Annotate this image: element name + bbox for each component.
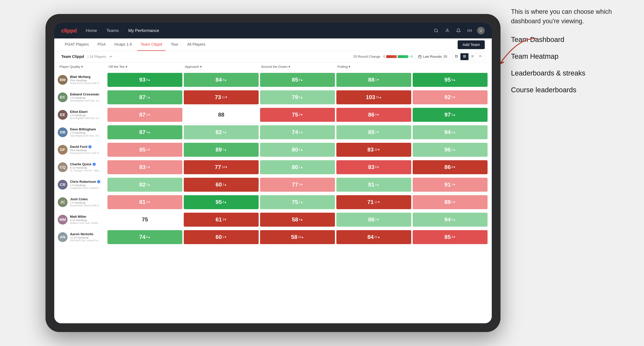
stat-cell[interactable]: 873▼ bbox=[108, 108, 182, 122]
table-row[interactable]: CRChris Robertson✓1-5 HandicapCraigmilla… bbox=[54, 176, 492, 193]
player-name[interactable]: Matt Miller bbox=[70, 215, 105, 219]
stat-cell[interactable]: 823▲ bbox=[108, 178, 182, 192]
stat-cell[interactable]: 943▲ bbox=[413, 213, 488, 227]
stat-cell[interactable]: 941▲ bbox=[413, 125, 488, 139]
stat-cell[interactable]: 833▼ bbox=[108, 160, 182, 174]
table-row[interactable]: BMBlair McHargPlus HandicapRoyal North D… bbox=[54, 71, 492, 89]
stat-cell[interactable]: 892▼ bbox=[413, 195, 488, 209]
sub-nav-hcaps[interactable]: Hcaps 1-5 bbox=[111, 38, 136, 51]
grid-view-button[interactable] bbox=[452, 53, 460, 60]
stat-cell[interactable]: 773▼ bbox=[260, 178, 335, 192]
stat-cell[interactable]: 801▲ bbox=[260, 160, 335, 174]
player-name[interactable]: Elliot Ebert bbox=[70, 110, 105, 114]
table-row[interactable]: MMMatt Miller6-10 HandicapWoburn Golf Cl… bbox=[54, 211, 492, 228]
stat-cell[interactable]: 748▲ bbox=[108, 230, 182, 244]
stat-cell[interactable]: 853▼ bbox=[108, 143, 182, 157]
table-row[interactable]: CQCharlie Quick✓6-10 HandicapSt. George'… bbox=[54, 159, 492, 176]
stat-cell[interactable]: 7111▼ bbox=[336, 195, 411, 209]
nav-my-performance[interactable]: My Performance bbox=[126, 27, 161, 34]
stat-cell[interactable]: 799▲ bbox=[260, 90, 335, 104]
stat-cell[interactable]: 854▼ bbox=[413, 230, 488, 244]
stat-cell[interactable]: 868▼ bbox=[413, 160, 488, 174]
stat-cell[interactable]: 963▲ bbox=[413, 143, 488, 157]
sub-nav-team-clippd[interactable]: Team Clippd bbox=[137, 38, 166, 51]
player-name[interactable]: Aaron Nicholls bbox=[70, 232, 105, 236]
user-avatar[interactable]: U bbox=[477, 27, 485, 34]
stat-cell[interactable]: 752▲ bbox=[260, 195, 335, 209]
stat-cell[interactable]: 939▲ bbox=[108, 73, 182, 87]
player-name[interactable]: Blair McHarg bbox=[70, 75, 105, 79]
nav-teams[interactable]: Teams bbox=[104, 27, 121, 34]
player-name[interactable]: Dave Billingham bbox=[70, 127, 105, 131]
stat-cell[interactable]: 881▼ bbox=[336, 73, 411, 87]
player-name[interactable]: Chris Robertson✓ bbox=[70, 180, 105, 184]
stat-cell[interactable]: 846▲ bbox=[184, 73, 259, 87]
search-icon[interactable] bbox=[432, 27, 440, 34]
stat-cell[interactable]: 613▼ bbox=[184, 213, 259, 227]
player-name[interactable]: Edward Crossman bbox=[70, 92, 105, 96]
col-approach[interactable]: Approach ▾ bbox=[183, 62, 259, 71]
player-name[interactable]: Josh Coles bbox=[70, 197, 105, 201]
stat-cell[interactable]: 753▼ bbox=[260, 108, 335, 122]
table-row[interactable]: DFDavid Ford✓Plus HandicapRoyal North De… bbox=[54, 141, 492, 159]
sub-nav-all-players[interactable]: All Players bbox=[184, 38, 209, 51]
stat-cell[interactable]: 897▲ bbox=[184, 143, 259, 157]
col-off-tee[interactable]: Off the Tee ▾ bbox=[107, 62, 183, 71]
stat-cell[interactable]: 601▼ bbox=[184, 230, 259, 244]
table-row[interactable]: ANAaron Nicholls11-15 HandicapDrift Golf… bbox=[54, 228, 492, 246]
stat-cell[interactable]: 88 bbox=[184, 108, 259, 122]
table-row[interactable]: EEElliot Ebert1-5 HandicapSunningdale Go… bbox=[54, 106, 492, 124]
stat-cell[interactable]: 923▼ bbox=[413, 90, 488, 104]
stat-cell[interactable]: 871▲ bbox=[108, 90, 182, 104]
stat-cell[interactable]: 7714▼ bbox=[184, 160, 259, 174]
col-putting[interactable]: Putting ▾ bbox=[336, 62, 412, 71]
stat-cell[interactable]: 741▲ bbox=[260, 125, 335, 139]
stat-cell[interactable]: 10315▲ bbox=[336, 90, 411, 104]
change-badge: 3▼ bbox=[451, 183, 456, 186]
stat-cell[interactable]: 8421▲ bbox=[336, 230, 411, 244]
col-around-green[interactable]: Around the Green ▾ bbox=[259, 62, 336, 71]
stat-cell[interactable]: 874▲ bbox=[108, 125, 182, 139]
stat-cell[interactable]: 958▲ bbox=[184, 195, 259, 209]
stat-cell[interactable]: 975▲ bbox=[413, 108, 488, 122]
edit-icon[interactable]: ✏ bbox=[110, 54, 112, 59]
stat-cell[interactable]: 824▲ bbox=[184, 125, 259, 139]
nav-home[interactable]: Home bbox=[84, 27, 99, 34]
stat-cell[interactable]: 8310▼ bbox=[336, 143, 411, 157]
sub-nav-pgat[interactable]: PGAT Players bbox=[61, 38, 92, 51]
sort-button[interactable] bbox=[476, 53, 484, 60]
stat-cell[interactable]: 959▲ bbox=[413, 73, 488, 87]
add-team-button[interactable]: Add Team bbox=[458, 40, 485, 49]
stat-cell[interactable]: 803▲ bbox=[260, 143, 335, 157]
sub-nav-tour[interactable]: Tour bbox=[167, 38, 182, 51]
table-row[interactable]: ECEdward Crossman1-5 HandicapSunningdale… bbox=[54, 89, 492, 106]
list-view-button[interactable] bbox=[468, 53, 476, 60]
profile-icon[interactable] bbox=[444, 27, 451, 34]
stat-cell[interactable]: 814▲ bbox=[336, 178, 411, 192]
stat-cell[interactable]: 882▼ bbox=[336, 213, 411, 227]
bell-icon[interactable] bbox=[455, 27, 462, 34]
change-badge: 3▼ bbox=[375, 131, 380, 134]
stat-cell[interactable]: 5810▲ bbox=[260, 230, 335, 244]
stat-cell[interactable]: 584▲ bbox=[260, 213, 335, 227]
stat-cell[interactable]: 836▼ bbox=[336, 160, 411, 174]
stat-cell[interactable]: 913▼ bbox=[413, 178, 488, 192]
player-name[interactable]: Charlie Quick✓ bbox=[70, 162, 105, 166]
heatmap-view-button[interactable] bbox=[460, 53, 468, 60]
stat-cell[interactable]: 75 bbox=[108, 213, 182, 227]
settings-icon[interactable] bbox=[466, 27, 474, 34]
svg-point-3 bbox=[469, 30, 470, 31]
stat-cell[interactable]: 853▼ bbox=[336, 125, 411, 139]
stat-cell[interactable]: 813▼ bbox=[108, 195, 182, 209]
player-name[interactable]: David Ford✓ bbox=[70, 145, 105, 149]
sub-nav-pga[interactable]: PGA bbox=[94, 38, 109, 51]
table-row[interactable]: DBDave Billingham1-5 HandicapGog Magog G… bbox=[54, 124, 492, 141]
stat-cell[interactable]: 7311▼ bbox=[184, 90, 259, 104]
stat-cell[interactable]: 866▼ bbox=[336, 108, 411, 122]
stat-cell[interactable]: 858▲ bbox=[260, 73, 335, 87]
stat-cell[interactable]: 602▲ bbox=[184, 178, 259, 192]
table-row[interactable]: JCJosh Coles1-5 HandicapRoyal North Devo… bbox=[54, 193, 492, 211]
last-rounds-selector[interactable]: Last Rounds: 20 bbox=[415, 53, 450, 60]
col-player-quality[interactable]: Player Quality ▾ bbox=[58, 62, 107, 71]
player-club: Sunningdale Golf Club, United Kingdom bbox=[70, 99, 102, 102]
